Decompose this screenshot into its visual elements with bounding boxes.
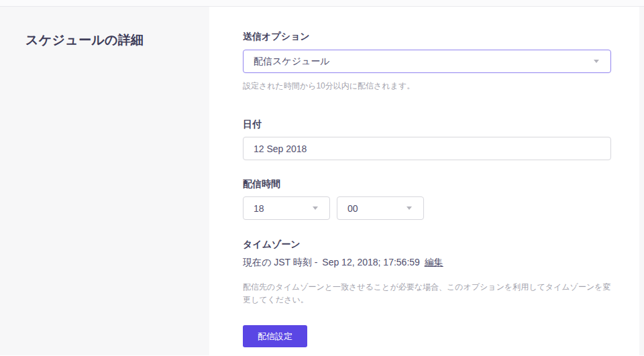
- chevron-down-icon: [407, 206, 412, 210]
- main-panel: 送信オプション 配信スケジュール 設定された時間から10分以内に配信されます。 …: [209, 7, 644, 355]
- time-label: 配信時間: [243, 179, 611, 188]
- header-bottom-edge: [0, 0, 644, 7]
- timezone-current-time: Sep 12, 2018; 17:56:59: [322, 257, 420, 268]
- date-field: 日付: [243, 119, 611, 160]
- chevron-down-icon: [594, 60, 599, 63]
- date-input[interactable]: [243, 137, 611, 160]
- chevron-down-icon: [313, 206, 318, 210]
- sidebar: スケジュールの詳細: [0, 7, 209, 355]
- send-option-select[interactable]: 配信スケジュール: [243, 50, 611, 73]
- minute-select[interactable]: 00: [337, 196, 424, 220]
- time-select-row: 18 00: [243, 196, 611, 220]
- send-option-field: 送信オプション 配信スケジュール 設定された時間から10分以内に配信されます。: [243, 32, 611, 91]
- timezone-help-text: 配信先のタイムゾーンと一致させることが必要な場合、このオプションを利用してタイム…: [243, 281, 611, 306]
- timezone-label: タイムゾーン: [243, 239, 611, 249]
- page-layout: スケジュールの詳細 送信オプション 配信スケジュール 設定された時間から10分以…: [0, 7, 644, 355]
- hour-select[interactable]: 18: [243, 196, 330, 220]
- hour-selected-value: 18: [254, 203, 264, 214]
- time-field: 配信時間 18 00: [243, 179, 611, 220]
- section-title: スケジュールの詳細: [25, 32, 209, 49]
- date-label: 日付: [243, 119, 611, 129]
- submit-button[interactable]: 配信設定: [243, 325, 307, 347]
- timezone-field: タイムゾーン 現在の JST 時刻 -Sep 12, 2018; 17:56:5…: [243, 239, 611, 306]
- timezone-current-prefix: 現在の JST 時刻 -: [243, 257, 317, 268]
- send-option-label: 送信オプション: [243, 32, 611, 41]
- timezone-current-line: 現在の JST 時刻 -Sep 12, 2018; 17:56:59 編集: [243, 257, 611, 268]
- minute-selected-value: 00: [347, 203, 358, 214]
- send-option-help-text: 設定された時間から10分以内に配信されます。: [243, 81, 611, 91]
- timezone-edit-link[interactable]: 編集: [425, 257, 443, 268]
- send-option-selected-value: 配信スケジュール: [254, 56, 330, 68]
- schedule-form: 送信オプション 配信スケジュール 設定された時間から10分以内に配信されます。 …: [243, 32, 611, 347]
